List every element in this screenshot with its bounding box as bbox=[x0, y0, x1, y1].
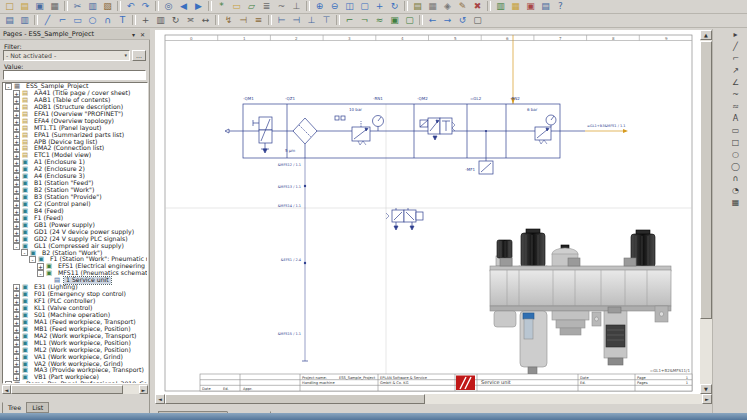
toolbar-icon[interactable]: ▸ bbox=[729, 29, 742, 41]
tree-expander[interactable]: + bbox=[13, 138, 20, 145]
toolbar-icon[interactable]: ≈ bbox=[729, 101, 742, 113]
tree-expander[interactable]: + bbox=[37, 263, 44, 270]
tree-expander[interactable]: + bbox=[13, 326, 20, 333]
toolbar-icon[interactable]: ○ bbox=[729, 149, 742, 161]
panel-h-scrollbar[interactable]: ◄ ► bbox=[2, 385, 148, 394]
tree-expander[interactable]: + bbox=[13, 236, 20, 243]
toolbar-icon[interactable]: ← bbox=[426, 14, 439, 26]
scroll-left-icon[interactable]: ◄ bbox=[155, 394, 165, 404]
tree-expander[interactable]: + bbox=[13, 187, 20, 194]
toolbar-icon[interactable]: ⊕ bbox=[313, 0, 326, 12]
toolbar-icon[interactable]: ▦ bbox=[48, 0, 61, 12]
toolbar-icon[interactable]: ⊥ bbox=[290, 0, 303, 12]
toolbar-icon[interactable]: ▣ bbox=[33, 0, 46, 12]
toolbar-icon[interactable]: + bbox=[373, 0, 386, 12]
panel-tab[interactable]: List bbox=[26, 402, 49, 413]
tree-expander[interactable]: + bbox=[13, 312, 20, 319]
toolbar-icon[interactable]: ▢ bbox=[471, 14, 484, 26]
toolbar-icon[interactable]: ◯ bbox=[729, 161, 742, 173]
toolbar-icon[interactable]: ⊣ bbox=[290, 14, 303, 26]
tree-expander[interactable]: + bbox=[13, 159, 20, 166]
tree-expander[interactable]: + bbox=[13, 111, 20, 118]
toolbar-icon[interactable]: ▥ bbox=[86, 0, 99, 12]
toolbar-icon[interactable]: ▥ bbox=[154, 14, 167, 26]
tree-expander[interactable]: - bbox=[29, 256, 36, 263]
tree-expander[interactable]: + bbox=[13, 125, 20, 132]
scroll-right-icon[interactable]: ► bbox=[139, 385, 148, 394]
tree-expander[interactable]: + bbox=[13, 166, 20, 173]
tree-expander[interactable]: + bbox=[13, 222, 20, 229]
filter-dropdown[interactable]: ▾ - Not activated - bbox=[3, 50, 130, 61]
toolbar-icon[interactable]: ○ bbox=[86, 14, 99, 26]
toolbar-icon[interactable]: ↶ bbox=[124, 0, 137, 12]
toolbar-icon[interactable]: ▥ bbox=[18, 14, 31, 26]
toolbar-icon[interactable]: ▦ bbox=[426, 0, 439, 12]
toolbar-icon[interactable]: ▥ bbox=[494, 0, 507, 12]
toolbar-icon[interactable]: ⊥ bbox=[305, 14, 318, 26]
toolbar-icon[interactable]: ✂ bbox=[71, 0, 84, 12]
scroll-thumb[interactable] bbox=[165, 394, 425, 404]
toolbar-icon[interactable]: ⌐ bbox=[56, 14, 69, 26]
toolbar-icon[interactable]: ∩ bbox=[101, 14, 114, 26]
toolbar-icon[interactable]: ⊣ bbox=[237, 14, 250, 26]
tree-item[interactable]: + ▦ Demo_Pro_Panel_Professional_2010_Cop… bbox=[3, 381, 147, 384]
toolbar-icon[interactable]: ▧ bbox=[101, 0, 114, 12]
tree-expander[interactable]: + bbox=[13, 194, 20, 201]
toolbar-icon[interactable]: ◎ bbox=[162, 0, 175, 12]
toolbar-icon[interactable]: ▣ bbox=[524, 0, 537, 12]
tree-expander[interactable]: + bbox=[13, 180, 20, 187]
tree-expander[interactable]: + bbox=[13, 305, 20, 312]
toolbar-icon[interactable]: ~ bbox=[275, 0, 288, 12]
chevron-down-icon[interactable]: ▾ bbox=[124, 51, 127, 60]
pages-tree[interactable]: - ▦ ESS_Sample_Project + ▤ AA41 (Title p… bbox=[2, 82, 148, 384]
tree-expander[interactable]: + bbox=[13, 145, 20, 152]
toolbar-icon[interactable]: ∠ bbox=[729, 77, 742, 89]
tree-expander[interactable]: + bbox=[13, 319, 20, 326]
toolbar-icon[interactable]: □ bbox=[3, 0, 16, 12]
toolbar-icon[interactable]: ╱ bbox=[41, 14, 54, 26]
toolbar-icon[interactable]: ≈ bbox=[373, 14, 386, 26]
toolbar-icon[interactable]: ∩ bbox=[729, 173, 742, 185]
scroll-down-icon[interactable]: ▼ bbox=[700, 384, 712, 394]
tree-expander[interactable]: + bbox=[13, 284, 20, 291]
toolbar-icon[interactable]: → bbox=[441, 14, 454, 26]
tree-expander[interactable]: + bbox=[13, 229, 20, 236]
scroll-thumb[interactable] bbox=[11, 385, 123, 394]
value-input[interactable] bbox=[3, 70, 146, 80]
tree-expander[interactable]: + bbox=[13, 360, 20, 367]
tree-expander[interactable]: + bbox=[13, 340, 20, 347]
drawing-canvas[interactable]: 01 23 45 67 89 bbox=[155, 30, 700, 394]
panel-close-icon[interactable]: ✕ bbox=[138, 29, 147, 40]
tree-expander[interactable]: - bbox=[5, 83, 12, 90]
canvas-v-scrollbar[interactable]: ▲ ▼ bbox=[700, 30, 712, 394]
toolbar-icon[interactable]: ◔ bbox=[729, 185, 742, 197]
toolbar-icon[interactable]: ↻ bbox=[388, 0, 401, 12]
toolbar-icon[interactable]: □ bbox=[729, 137, 742, 149]
toolbar-icon[interactable]: ⊤ bbox=[320, 14, 333, 26]
tree-expander[interactable]: - bbox=[37, 270, 44, 277]
toolbar-icon[interactable]: ▦ bbox=[729, 197, 742, 209]
canvas-h-scrollbar[interactable]: ◄ ► bbox=[155, 394, 712, 404]
scroll-up-icon[interactable]: ▲ bbox=[700, 30, 712, 40]
toolbar-icon[interactable]: ⌐ bbox=[729, 53, 742, 65]
toolbar-icon[interactable]: ⊢ bbox=[275, 14, 288, 26]
scroll-right-icon[interactable]: ► bbox=[702, 394, 712, 404]
tree-expander[interactable]: + bbox=[13, 215, 20, 222]
toolbar-icon[interactable]: ↔ bbox=[199, 14, 212, 26]
toolbar-icon[interactable]: ⊖ bbox=[328, 0, 341, 12]
toolbar-icon[interactable]: + bbox=[139, 14, 152, 26]
tree-expander[interactable]: + bbox=[13, 201, 20, 208]
toolbar-icon[interactable]: ✎ bbox=[456, 0, 469, 12]
panel-menu-icon[interactable]: ▾ bbox=[129, 29, 138, 40]
toolbar-icon[interactable]: ▭ bbox=[71, 14, 84, 26]
tree-expander[interactable]: + bbox=[13, 333, 20, 340]
tree-expander[interactable]: + bbox=[13, 90, 20, 97]
scroll-thumb[interactable] bbox=[700, 41, 712, 319]
tree-expander[interactable]: + bbox=[13, 354, 20, 361]
tree-expander[interactable]: + bbox=[13, 97, 20, 104]
toolbar-icon[interactable]: ↷ bbox=[139, 0, 152, 12]
toolbar-icon[interactable]: ¬ bbox=[358, 14, 371, 26]
toolbar-icon[interactable]: ▤ bbox=[3, 14, 16, 26]
toolbar-icon[interactable]: T bbox=[116, 14, 129, 26]
tree-expander[interactable]: + bbox=[13, 104, 20, 111]
